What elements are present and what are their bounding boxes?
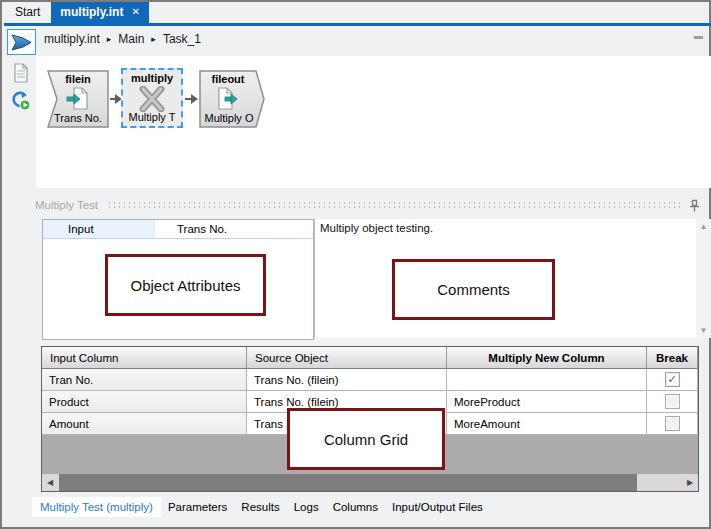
close-icon[interactable]: ✕ — [131, 5, 139, 17]
file-output-icon — [216, 87, 240, 111]
break-checkbox[interactable] — [665, 416, 680, 431]
cell-input-column[interactable]: Tran No. — [42, 369, 247, 391]
node-sublabel: Trans No. — [47, 112, 109, 124]
cell-input-column[interactable]: Product — [42, 391, 247, 413]
grid-header-source-object[interactable]: Source Object — [247, 347, 447, 369]
annotation-column-grid: Column Grid — [287, 408, 445, 470]
cell-break: ✓ — [647, 369, 698, 391]
active-tab-underline — [4, 23, 711, 26]
tab-multiply-test[interactable]: Multiply Test (multiply) — [32, 497, 161, 517]
node-filein[interactable]: filein Trans No. — [47, 70, 109, 128]
tab-input-output-files[interactable]: Input/Output Files — [385, 497, 490, 517]
node-fileout[interactable]: fileout Multiply O — [199, 70, 265, 128]
connector-arrow — [110, 98, 115, 100]
history-run-button[interactable] — [7, 89, 34, 113]
comments-scrollbar[interactable]: ▲ ▼ — [696, 219, 711, 338]
pin-icon[interactable] — [689, 199, 700, 212]
file-input-icon — [66, 87, 90, 111]
app-window: Start multiply.int ✕ — [0, 0, 711, 529]
tab-logs[interactable]: Logs — [287, 497, 326, 517]
left-toolbar — [4, 26, 37, 527]
attribute-label: Input — [43, 220, 155, 238]
node-multiply[interactable]: multiply Multiply T — [121, 68, 183, 128]
breadcrumb-item-file[interactable]: multiply.int — [44, 32, 100, 46]
panel-title: Multiply Test — [35, 199, 98, 211]
tab-start[interactable]: Start — [4, 2, 51, 23]
dataflow-canvas[interactable]: filein Trans No. multiply — [36, 56, 711, 188]
chevron-right-icon: ▸ — [144, 34, 163, 44]
object-attributes-header-row: Input Trans No. — [43, 220, 313, 239]
scroll-up-icon[interactable]: ▲ — [700, 222, 708, 231]
cell-source-object[interactable]: Trans No. (filein) — [247, 369, 447, 391]
connector-arrow — [185, 98, 191, 100]
horizontal-scrollbar[interactable]: ◀ ▶ — [42, 474, 698, 491]
bottom-tab-bar: Multiply Test (multiply) Parameters Resu… — [4, 494, 711, 527]
scroll-left-icon[interactable]: ◀ — [42, 478, 58, 487]
grid-header-break[interactable]: Break — [647, 347, 698, 369]
tab-multiply-int[interactable]: multiply.int ✕ — [51, 2, 149, 23]
annotation-comments: Comments — [392, 259, 555, 320]
table-row: Tran No. Trans No. (filein) ✓ — [42, 369, 698, 391]
cell-multiply-new-column[interactable] — [447, 369, 647, 391]
breadcrumb-item-main[interactable]: Main — [118, 32, 144, 46]
break-checkbox[interactable]: ✓ — [665, 372, 680, 387]
multiply-x-icon — [137, 86, 167, 112]
document-icon — [13, 63, 29, 83]
history-run-icon — [11, 91, 31, 111]
cell-multiply-new-column[interactable]: MoreAmount — [447, 413, 647, 435]
node-title: multiply — [121, 72, 183, 84]
node-sublabel: Multiply O — [199, 112, 259, 124]
tab-results[interactable]: Results — [234, 497, 286, 517]
breadcrumb-item-task[interactable]: Task_1 — [163, 32, 201, 46]
cell-break — [647, 391, 698, 413]
scroll-right-icon[interactable]: ▶ — [682, 478, 698, 487]
scrollbar-thumb[interactable] — [59, 474, 637, 491]
breadcrumb: multiply.int ▸ Main ▸ Task_1 — [44, 32, 201, 46]
document-tab-bar: Start multiply.int ✕ — [4, 2, 149, 23]
tab-label: multiply.int — [60, 5, 123, 19]
attribute-value[interactable]: Trans No. — [155, 223, 227, 235]
cell-break — [647, 413, 698, 435]
panel-header-dotted-fill — [107, 201, 680, 209]
collapse-dash-icon[interactable] — [694, 36, 703, 39]
node-title: filein — [47, 73, 109, 85]
node-title: fileout — [199, 73, 257, 85]
dataflow-play-icon — [11, 34, 32, 51]
chevron-right-icon: ▸ — [100, 34, 119, 44]
properties-panel-header: Multiply Test — [35, 197, 700, 213]
grid-header-multiply-new-column[interactable]: Multiply New Column — [447, 347, 647, 369]
cell-multiply-new-column[interactable]: MoreProduct — [447, 391, 647, 413]
annotation-object-attributes: Object Attributes — [105, 254, 266, 316]
break-checkbox[interactable] — [665, 394, 680, 409]
grid-header-input-column[interactable]: Input Column — [42, 347, 247, 369]
grid-header-row: Input Column Source Object Multiply New … — [42, 347, 698, 369]
tab-columns[interactable]: Columns — [326, 497, 385, 517]
scroll-down-icon[interactable]: ▼ — [700, 326, 708, 335]
document-button[interactable] — [7, 61, 34, 85]
node-sublabel: Multiply T — [121, 111, 183, 123]
dataflow-play-button[interactable] — [7, 29, 36, 55]
cell-input-column[interactable]: Amount — [42, 413, 247, 435]
tab-parameters[interactable]: Parameters — [161, 497, 234, 517]
